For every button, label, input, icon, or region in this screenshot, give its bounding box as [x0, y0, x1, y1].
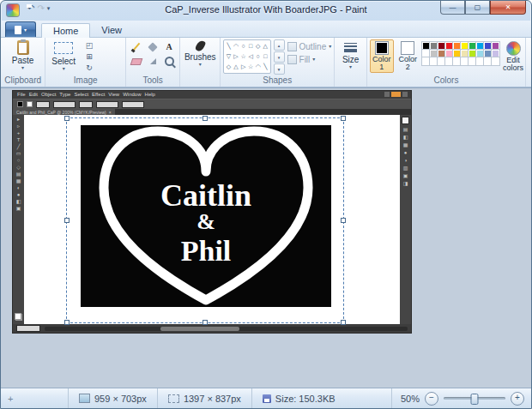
canvas-area[interactable]: FileEditObjectTypeSelectEffectViewWindow… — [1, 87, 531, 388]
palette-swatch[interactable] — [461, 57, 469, 65]
shapes-scroll-down-icon[interactable]: ▾ — [274, 51, 285, 63]
paint-app-icon[interactable] — [6, 3, 20, 17]
palette-swatch[interactable] — [476, 42, 484, 50]
palette-swatch[interactable] — [492, 42, 499, 50]
redo-button[interactable]: ↷ — [37, 3, 44, 13]
tab-home[interactable]: Home — [41, 23, 90, 38]
palette-swatch[interactable] — [476, 50, 484, 57]
color2-button[interactable]: Color 2 — [396, 39, 420, 73]
palette-swatch[interactable] — [422, 57, 430, 65]
palette-swatch[interactable] — [484, 50, 492, 57]
selection-handle-s[interactable] — [203, 320, 208, 325]
zoom-controls: 50% − + — [391, 388, 524, 408]
palette-swatch[interactable] — [445, 42, 453, 50]
shapes-scroll-up-icon[interactable]: ▴ — [274, 39, 285, 51]
shape-icon[interactable]: △ — [233, 63, 238, 70]
tab-view[interactable]: View — [90, 23, 133, 37]
fill-dropdown[interactable]: Fill ▾ — [287, 55, 332, 64]
illustrator-tool-icon: ▭ — [16, 151, 21, 157]
palette-swatch[interactable] — [422, 42, 430, 50]
color-picker-tool-button[interactable] — [145, 56, 160, 67]
palette-swatch[interactable] — [492, 57, 499, 65]
resize-button[interactable]: ⊞ — [82, 51, 97, 62]
zoom-slider[interactable] — [444, 397, 505, 400]
maximize-button[interactable]: ▢ — [465, 1, 490, 15]
shape-icon[interactable]: ◇ — [256, 43, 260, 50]
palette-swatch[interactable] — [430, 57, 438, 65]
palette-swatch[interactable] — [445, 57, 453, 65]
palette-swatch[interactable] — [438, 57, 445, 65]
zoom-in-button[interactable]: + — [511, 392, 524, 406]
brushes-dropdown-arrow-icon: ▾ — [199, 63, 202, 67]
shape-icon[interactable]: ☆ — [240, 53, 245, 60]
palette-swatch[interactable] — [453, 57, 461, 65]
palette-swatch[interactable] — [453, 50, 461, 57]
paint-menu-button[interactable]: ▾ — [5, 21, 36, 37]
brushes-button[interactable]: Brushes ▾ — [181, 39, 220, 68]
shape-icon[interactable]: ○ — [257, 53, 260, 60]
selection-handle-se[interactable] — [341, 320, 346, 325]
select-button[interactable]: Select ▾ — [48, 39, 79, 72]
shape-icon[interactable]: △ — [263, 43, 268, 50]
palette-swatch[interactable] — [492, 50, 499, 57]
shape-icon[interactable]: □ — [263, 53, 267, 60]
color1-button[interactable]: Color 1 — [370, 39, 394, 73]
shape-icon[interactable]: ▷ — [233, 53, 238, 60]
text-tool-button[interactable]: A — [161, 41, 177, 52]
palette-swatch[interactable] — [430, 42, 438, 50]
shape-icon[interactable]: ◇ — [227, 63, 231, 70]
shape-icon[interactable]: □ — [249, 43, 252, 50]
eraser-tool-button[interactable] — [129, 56, 144, 67]
palette-swatch[interactable] — [445, 50, 453, 57]
shape-icon[interactable]: ╲ — [263, 63, 267, 70]
selection-handle-n[interactable] — [203, 116, 208, 121]
palette-swatch[interactable] — [484, 57, 492, 65]
rotate-button[interactable]: ↻ — [82, 62, 97, 73]
shape-icon[interactable]: ◠ — [256, 63, 261, 70]
palette-swatch[interactable] — [476, 57, 484, 65]
fill-tool-button[interactable] — [145, 41, 160, 52]
selection-handle-nw[interactable] — [64, 116, 70, 121]
selection-handle-w[interactable] — [64, 218, 70, 223]
palette-swatch[interactable] — [430, 50, 438, 57]
palette-swatch[interactable] — [461, 50, 469, 57]
shape-icon[interactable]: ▽ — [227, 53, 231, 60]
shape-icon[interactable]: ◠ — [233, 43, 239, 50]
palette-swatch[interactable] — [453, 42, 461, 50]
selection-handle-sw[interactable] — [64, 320, 70, 325]
zoom-slider-thumb[interactable] — [471, 394, 479, 405]
palette-swatch[interactable] — [422, 50, 430, 57]
palette-swatch[interactable] — [461, 42, 469, 50]
palette-swatch[interactable] — [484, 42, 492, 50]
illustrator-toolbar: ▸▹+T╱▭○◇▤▦◐●◧▣ — [13, 115, 24, 324]
palette-swatch[interactable] — [438, 50, 445, 57]
palette-swatch[interactable] — [469, 57, 476, 65]
outline-dropdown[interactable]: Outline ▾ — [287, 42, 332, 51]
selection-handle-ne[interactable] — [341, 116, 346, 121]
selection-rectangle[interactable] — [66, 117, 344, 323]
shape-icon[interactable]: ▷ — [241, 63, 245, 70]
selection-handle-e[interactable] — [341, 218, 346, 223]
shape-icon[interactable]: ╲ — [227, 43, 230, 50]
magnifier-tool-button[interactable] — [161, 56, 177, 67]
palette-swatch[interactable] — [438, 42, 445, 50]
edit-colors-button[interactable]: Edit colors — [500, 39, 526, 74]
illustrator-control-field — [36, 101, 50, 108]
close-button[interactable]: ✕ — [490, 1, 526, 15]
crop-button[interactable]: ◰ — [82, 39, 97, 51]
minimize-button[interactable]: — — [440, 1, 465, 15]
shape-icon[interactable]: ○ — [241, 43, 245, 50]
paste-button[interactable]: Paste ▾ — [9, 39, 38, 71]
palette-swatch[interactable] — [469, 42, 476, 50]
illustrator-fill-box — [15, 313, 21, 320]
zoom-out-button[interactable]: − — [425, 392, 438, 406]
illustrator-menu-item: View — [106, 91, 121, 99]
pencil-tool-button[interactable] — [129, 41, 144, 52]
shape-icon[interactable]: ☆ — [248, 63, 253, 70]
palette-swatch[interactable] — [469, 50, 476, 57]
size-button[interactable]: Size ▾ — [339, 39, 362, 70]
qat-dropdown-arrow-icon[interactable]: ▾ — [47, 5, 51, 12]
shape-icon[interactable]: ◁ — [248, 53, 252, 60]
shapes-gallery[interactable]: ╲◠○□◇△▽▷☆◁○□◇△▷☆◠╲ — [223, 39, 270, 74]
shapes-more-icon[interactable]: ▼ — [274, 63, 285, 75]
